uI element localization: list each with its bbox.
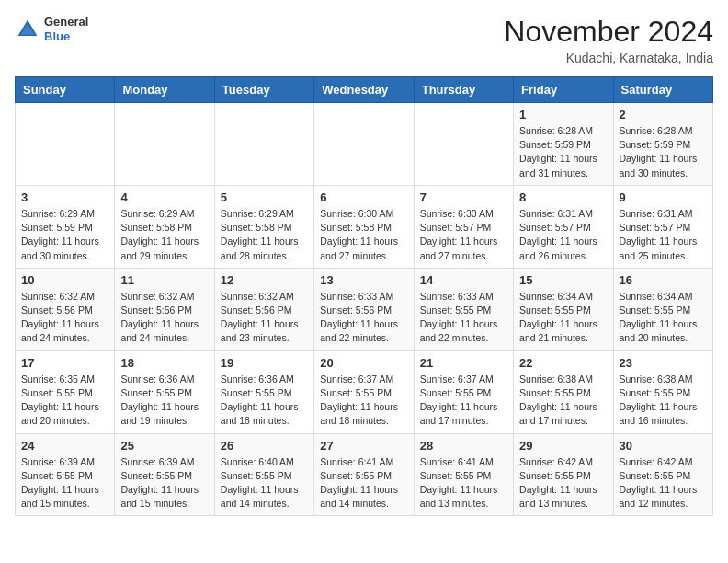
day-number: 8 — [519, 190, 607, 204]
day-info: Sunrise: 6:33 AM Sunset: 5:55 PM Dayligh… — [420, 290, 507, 346]
day-info: Sunrise: 6:28 AM Sunset: 5:59 PM Dayligh… — [519, 124, 607, 180]
day-number: 27 — [320, 439, 407, 453]
day-number: 11 — [120, 273, 208, 287]
calendar-cell: 14Sunrise: 6:33 AM Sunset: 5:55 PM Dayli… — [414, 268, 513, 350]
day-number: 12 — [221, 273, 308, 287]
calendar-cell — [314, 103, 414, 186]
day-number: 6 — [320, 190, 407, 204]
day-info: Sunrise: 6:29 AM Sunset: 5:58 PM Dayligh… — [120, 207, 208, 263]
day-info: Sunrise: 6:30 AM Sunset: 5:58 PM Dayligh… — [320, 207, 407, 263]
weekday-header-sunday: Sunday — [16, 77, 115, 103]
logo-blue: Blue — [44, 29, 88, 44]
day-info: Sunrise: 6:41 AM Sunset: 5:55 PM Dayligh… — [420, 455, 507, 511]
day-number: 22 — [519, 356, 607, 370]
day-info: Sunrise: 6:34 AM Sunset: 5:55 PM Dayligh… — [519, 290, 607, 346]
day-number: 16 — [620, 273, 707, 287]
calendar-cell: 3Sunrise: 6:29 AM Sunset: 5:59 PM Daylig… — [16, 185, 115, 268]
day-info: Sunrise: 6:38 AM Sunset: 5:55 PM Dayligh… — [519, 373, 607, 429]
day-info: Sunrise: 6:42 AM Sunset: 5:55 PM Dayligh… — [620, 455, 707, 511]
page-header: General Blue November 2024 Kudachi, Karn… — [15, 15, 713, 65]
calendar-cell: 11Sunrise: 6:32 AM Sunset: 5:56 PM Dayli… — [115, 268, 214, 350]
day-info: Sunrise: 6:31 AM Sunset: 5:57 PM Dayligh… — [519, 207, 607, 263]
calendar-cell: 28Sunrise: 6:41 AM Sunset: 5:55 PM Dayli… — [414, 433, 513, 516]
day-info: Sunrise: 6:36 AM Sunset: 5:55 PM Dayligh… — [120, 373, 208, 429]
day-info: Sunrise: 6:35 AM Sunset: 5:55 PM Dayligh… — [21, 373, 108, 429]
day-number: 15 — [519, 273, 607, 287]
weekday-header-row: SundayMondayTuesdayWednesdayThursdayFrid… — [16, 77, 713, 103]
day-number: 24 — [21, 439, 108, 453]
calendar-cell: 25Sunrise: 6:39 AM Sunset: 5:55 PM Dayli… — [115, 433, 214, 516]
calendar-header: SundayMondayTuesdayWednesdayThursdayFrid… — [16, 77, 713, 103]
logo: General Blue — [15, 15, 88, 43]
calendar-cell: 19Sunrise: 6:36 AM Sunset: 5:55 PM Dayli… — [214, 350, 313, 433]
weekday-header-wednesday: Wednesday — [314, 77, 414, 103]
title-block: November 2024 Kudachi, Karnataka, India — [504, 15, 713, 65]
day-number: 7 — [420, 190, 507, 204]
calendar-table: SundayMondayTuesdayWednesdayThursdayFrid… — [15, 76, 713, 516]
day-number: 20 — [320, 356, 407, 370]
day-info: Sunrise: 6:40 AM Sunset: 5:55 PM Dayligh… — [221, 455, 308, 511]
day-info: Sunrise: 6:32 AM Sunset: 5:56 PM Dayligh… — [221, 290, 308, 346]
day-number: 19 — [221, 356, 308, 370]
weekday-header-monday: Monday — [115, 77, 214, 103]
day-number: 5 — [221, 190, 308, 204]
calendar-cell: 12Sunrise: 6:32 AM Sunset: 5:56 PM Dayli… — [214, 268, 313, 350]
day-info: Sunrise: 6:39 AM Sunset: 5:55 PM Dayligh… — [120, 455, 208, 511]
calendar-cell: 15Sunrise: 6:34 AM Sunset: 5:55 PM Dayli… — [514, 268, 613, 350]
calendar-cell: 6Sunrise: 6:30 AM Sunset: 5:58 PM Daylig… — [314, 185, 414, 268]
day-number: 14 — [420, 273, 507, 287]
day-info: Sunrise: 6:30 AM Sunset: 5:57 PM Dayligh… — [420, 207, 507, 263]
day-number: 1 — [519, 108, 607, 121]
weekday-header-saturday: Saturday — [613, 77, 712, 103]
calendar-week-5: 24Sunrise: 6:39 AM Sunset: 5:55 PM Dayli… — [16, 433, 713, 516]
calendar-cell: 4Sunrise: 6:29 AM Sunset: 5:58 PM Daylig… — [115, 185, 214, 268]
weekday-header-thursday: Thursday — [414, 77, 513, 103]
day-number: 2 — [620, 108, 707, 121]
day-info: Sunrise: 6:37 AM Sunset: 5:55 PM Dayligh… — [420, 373, 507, 429]
calendar-cell: 18Sunrise: 6:36 AM Sunset: 5:55 PM Dayli… — [115, 350, 214, 433]
calendar-cell: 2Sunrise: 6:28 AM Sunset: 5:59 PM Daylig… — [613, 103, 712, 186]
calendar-cell: 13Sunrise: 6:33 AM Sunset: 5:56 PM Dayli… — [314, 268, 414, 350]
day-number: 3 — [21, 190, 108, 204]
calendar-cell — [115, 103, 214, 186]
day-info: Sunrise: 6:34 AM Sunset: 5:55 PM Dayligh… — [620, 290, 707, 346]
logo-general: General — [44, 15, 88, 29]
day-info: Sunrise: 6:41 AM Sunset: 5:55 PM Dayligh… — [320, 455, 407, 511]
calendar-cell: 16Sunrise: 6:34 AM Sunset: 5:55 PM Dayli… — [613, 268, 712, 350]
calendar-cell: 26Sunrise: 6:40 AM Sunset: 5:55 PM Dayli… — [214, 433, 313, 516]
day-info: Sunrise: 6:42 AM Sunset: 5:55 PM Dayligh… — [519, 455, 607, 511]
logo-icon — [15, 17, 40, 42]
day-info: Sunrise: 6:28 AM Sunset: 5:59 PM Dayligh… — [620, 124, 707, 180]
calendar-cell — [214, 103, 313, 186]
day-info: Sunrise: 6:31 AM Sunset: 5:57 PM Dayligh… — [620, 207, 707, 263]
calendar-cell — [16, 103, 115, 186]
calendar-cell: 24Sunrise: 6:39 AM Sunset: 5:55 PM Dayli… — [16, 433, 115, 516]
calendar-week-4: 17Sunrise: 6:35 AM Sunset: 5:55 PM Dayli… — [16, 350, 713, 433]
calendar-cell — [414, 103, 513, 186]
calendar-week-1: 1Sunrise: 6:28 AM Sunset: 5:59 PM Daylig… — [16, 103, 713, 186]
day-info: Sunrise: 6:36 AM Sunset: 5:55 PM Dayligh… — [221, 373, 308, 429]
day-number: 13 — [320, 273, 407, 287]
calendar-cell: 27Sunrise: 6:41 AM Sunset: 5:55 PM Dayli… — [314, 433, 414, 516]
day-info: Sunrise: 6:29 AM Sunset: 5:58 PM Dayligh… — [221, 207, 308, 263]
day-number: 21 — [420, 356, 507, 370]
calendar-cell: 9Sunrise: 6:31 AM Sunset: 5:57 PM Daylig… — [613, 185, 712, 268]
day-info: Sunrise: 6:37 AM Sunset: 5:55 PM Dayligh… — [320, 373, 407, 429]
location-subtitle: Kudachi, Karnataka, India — [504, 51, 713, 65]
day-info: Sunrise: 6:32 AM Sunset: 5:56 PM Dayligh… — [21, 290, 108, 346]
day-number: 30 — [620, 439, 707, 453]
day-number: 28 — [420, 439, 507, 453]
calendar-cell: 10Sunrise: 6:32 AM Sunset: 5:56 PM Dayli… — [16, 268, 115, 350]
weekday-header-tuesday: Tuesday — [214, 77, 313, 103]
calendar-cell: 29Sunrise: 6:42 AM Sunset: 5:55 PM Dayli… — [514, 433, 613, 516]
calendar-cell: 20Sunrise: 6:37 AM Sunset: 5:55 PM Dayli… — [314, 350, 414, 433]
day-info: Sunrise: 6:29 AM Sunset: 5:59 PM Dayligh… — [21, 207, 108, 263]
calendar-week-2: 3Sunrise: 6:29 AM Sunset: 5:59 PM Daylig… — [16, 185, 713, 268]
calendar-cell: 30Sunrise: 6:42 AM Sunset: 5:55 PM Dayli… — [613, 433, 712, 516]
calendar-week-3: 10Sunrise: 6:32 AM Sunset: 5:56 PM Dayli… — [16, 268, 713, 350]
calendar-cell: 5Sunrise: 6:29 AM Sunset: 5:58 PM Daylig… — [214, 185, 313, 268]
calendar-cell: 21Sunrise: 6:37 AM Sunset: 5:55 PM Dayli… — [414, 350, 513, 433]
day-number: 29 — [519, 439, 607, 453]
day-number: 18 — [120, 356, 208, 370]
day-number: 23 — [620, 356, 707, 370]
